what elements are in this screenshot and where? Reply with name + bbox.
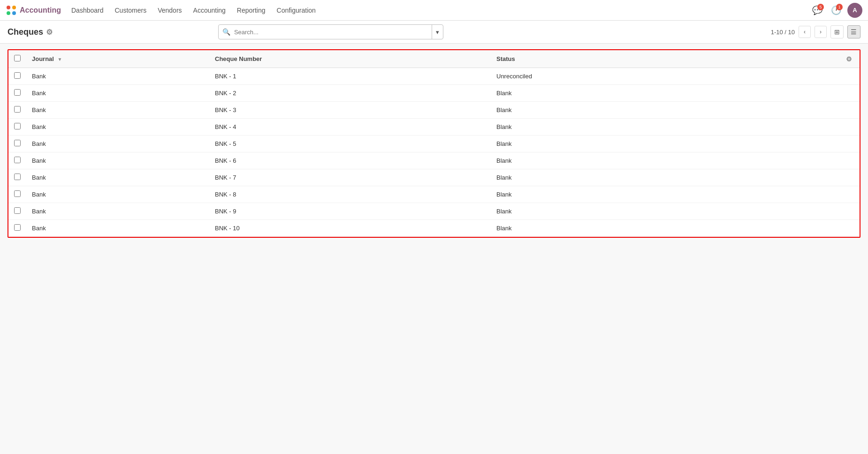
chevron-right-icon: › [820,29,822,35]
nav-reporting[interactable]: Reporting [232,5,270,16]
row-journal-2: Bank [26,102,209,119]
messages-button[interactable]: 💬 5 [810,3,825,18]
nav-dashboard[interactable]: Dashboard [67,5,108,16]
table-container: Journal ▼ Cheque Number Status ⚙ [8,49,860,238]
col-header-cheque-number[interactable]: Cheque Number [209,50,491,68]
row-journal-3: Bank [26,119,209,136]
search-dropdown-button[interactable]: ▾ [432,25,443,39]
col-header-status[interactable]: Status [491,50,838,68]
row-checkbox-1[interactable] [14,89,21,96]
select-all-checkbox[interactable] [14,55,21,61]
row-status-8: Blank [491,203,838,220]
row-extra-0 [838,68,860,85]
list-icon: ☰ [851,28,857,36]
search-wrapper: 🔍 ▾ [218,24,443,39]
page-title-area: Cheques ⚙ [8,27,53,37]
svg-point-1 [12,6,16,9]
row-status-7: Blank [491,186,838,203]
row-checkbox-8[interactable] [14,207,21,214]
svg-point-0 [7,6,10,9]
table-body: Bank BNK - 1 Unreconciled Bank BNK - 2 B… [8,68,860,237]
pagination-next-button[interactable]: › [815,26,827,38]
row-checkbox-cell[interactable] [8,152,26,169]
table-column-settings-header[interactable]: ⚙ [838,50,860,68]
row-status-3: Blank [491,119,838,136]
row-extra-7 [838,186,860,203]
table-settings-icon[interactable]: ⚙ [844,53,854,65]
brand-label: Accounting [20,6,61,15]
row-cheque-number-6: BNK - 7 [209,169,491,186]
avatar[interactable]: A [847,3,862,18]
row-checkbox-cell[interactable] [8,186,26,203]
row-journal-4: Bank [26,136,209,152]
nav-vendors[interactable]: Vendors [153,5,186,16]
table-row: Bank BNK - 5 Blank [8,136,860,152]
main-content: Journal ▼ Cheque Number Status ⚙ [0,44,868,243]
row-checkbox-6[interactable] [14,174,21,180]
row-checkbox-cell[interactable] [8,203,26,220]
row-checkbox-7[interactable] [14,190,21,197]
table-row: Bank BNK - 6 Blank [8,152,860,169]
page-title: Cheques [8,27,43,37]
settings-gear-icon[interactable]: ⚙ [46,28,53,37]
brand[interactable]: Accounting [6,5,61,16]
navbar-right: 💬 5 🕐 1 A [810,3,862,18]
navbar: Accounting Dashboard Customers Vendors A… [0,0,868,21]
row-status-0: Unreconciled [491,68,838,85]
row-extra-3 [838,119,860,136]
row-cheque-number-7: BNK - 8 [209,186,491,203]
nav-accounting[interactable]: Accounting [189,5,230,16]
chevron-down-icon: ▾ [436,29,439,36]
journal-sort-icon: ▼ [58,57,62,62]
pagination-prev-button[interactable]: ‹ [799,26,811,38]
row-status-1: Blank [491,85,838,102]
select-all-header[interactable] [8,50,26,68]
search-container: 🔍 ▾ [218,24,443,39]
row-checkbox-0[interactable] [14,72,21,79]
list-view-button[interactable]: ☰ [847,25,860,38]
row-cheque-number-1: BNK - 2 [209,85,491,102]
cheques-table: Journal ▼ Cheque Number Status ⚙ [8,50,860,237]
row-checkbox-9[interactable] [14,224,21,231]
svg-point-2 [7,11,10,15]
row-journal-9: Bank [26,220,209,237]
row-checkbox-4[interactable] [14,140,21,146]
row-journal-7: Bank [26,186,209,203]
row-cheque-number-8: BNK - 9 [209,203,491,220]
search-input[interactable] [234,29,432,36]
row-extra-5 [838,152,860,169]
row-checkbox-cell[interactable] [8,119,26,136]
row-checkbox-cell[interactable] [8,220,26,237]
row-checkbox-cell[interactable] [8,102,26,119]
row-cheque-number-4: BNK - 5 [209,136,491,152]
row-checkbox-cell[interactable] [8,136,26,152]
row-checkbox-cell[interactable] [8,85,26,102]
table-row: Bank BNK - 10 Blank [8,220,860,237]
activities-button[interactable]: 🕐 1 [829,3,844,18]
row-status-2: Blank [491,102,838,119]
pagination-info: 1-10 / 10 [771,29,795,36]
nav-configuration[interactable]: Configuration [272,5,320,16]
subheader: Cheques ⚙ 🔍 ▾ 1-10 / 10 ‹ › ⊞ ☰ [0,21,868,44]
row-extra-8 [838,203,860,220]
row-checkbox-5[interactable] [14,157,21,163]
row-checkbox-cell[interactable] [8,68,26,85]
row-journal-6: Bank [26,169,209,186]
brand-icon [6,5,17,16]
nav-customers[interactable]: Customers [110,5,152,16]
col-header-journal[interactable]: Journal ▼ [26,50,209,68]
row-checkbox-cell[interactable] [8,169,26,186]
table-row: Bank BNK - 7 Blank [8,169,860,186]
grid-view-button[interactable]: ⊞ [830,25,844,38]
messages-badge: 5 [817,4,824,10]
row-checkbox-3[interactable] [14,123,21,129]
table-row: Bank BNK - 4 Blank [8,119,860,136]
table-header-row: Journal ▼ Cheque Number Status ⚙ [8,50,860,68]
table-row: Bank BNK - 8 Blank [8,186,860,203]
chevron-left-icon: ‹ [804,29,806,35]
row-journal-5: Bank [26,152,209,169]
row-checkbox-2[interactable] [14,106,21,113]
row-cheque-number-0: BNK - 1 [209,68,491,85]
table-row: Bank BNK - 2 Blank [8,85,860,102]
row-extra-2 [838,102,860,119]
